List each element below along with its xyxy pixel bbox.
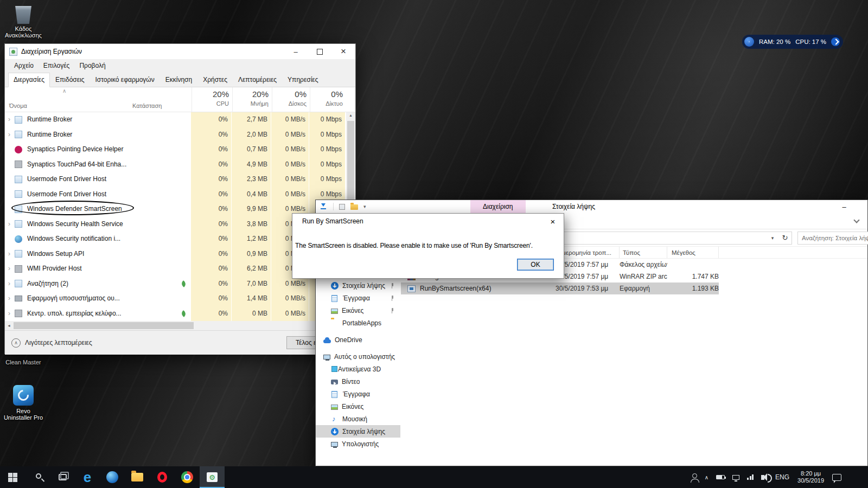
ok-button[interactable]: OK <box>517 259 554 271</box>
expander-icon[interactable] <box>5 142 15 157</box>
close-icon[interactable] <box>542 214 564 229</box>
expander-icon[interactable]: › <box>5 247 15 262</box>
title-bar[interactable]: Run By SmartScreen <box>292 214 564 229</box>
refresh-icon[interactable] <box>778 234 792 242</box>
sidebar-item-videos[interactable]: Βίντεο <box>316 375 400 388</box>
language-indicator[interactable]: ENG <box>771 466 793 488</box>
menu-options[interactable]: Επιλογές <box>39 60 75 71</box>
close-button[interactable] <box>331 44 355 59</box>
expander-icon[interactable] <box>5 157 15 172</box>
task-view-button[interactable] <box>50 466 75 488</box>
minimize-button[interactable] <box>835 200 853 213</box>
tab-processes[interactable]: Διεργασίες <box>8 73 50 87</box>
action-center-button[interactable] <box>828 466 868 488</box>
performance-widget[interactable]: RAM: 20 % CPU: 17 % <box>742 35 843 49</box>
sidebar-item-computer[interactable]: Υπολογιστής <box>316 438 400 450</box>
minimize-button[interactable] <box>284 44 308 59</box>
table-row[interactable]: ›Κεντρ. υπολ. εμπειρίας κελύφο...0%0 MB0… <box>5 306 346 322</box>
sidebar-item-downloads[interactable]: Στοιχεία λήψης <box>316 425 400 438</box>
column-date-modified[interactable]: Ημερομηνία τροπ... <box>556 247 620 258</box>
network-button[interactable] <box>729 466 743 488</box>
tab-services[interactable]: Υπηρεσίες <box>282 73 323 87</box>
expander-icon[interactable] <box>5 232 15 247</box>
tab-performance[interactable]: Επιδόσεις <box>50 73 90 87</box>
expander-icon[interactable]: › <box>5 112 15 127</box>
desktop-icon-recycle-bin[interactable]: Κάδος Ανακύκλωσης <box>2 4 44 38</box>
tab-users[interactable]: Χρήστες <box>197 73 233 87</box>
file-row-selected[interactable]: RunBySmartscreen(x64) 30/5/2019 7:53 μμ … <box>401 282 719 294</box>
hidden-icons-button[interactable] <box>701 466 712 488</box>
file-explorer-button[interactable] <box>125 466 150 488</box>
desktop-icon-clean-master[interactable]: Clean Master <box>2 359 44 365</box>
battery-button[interactable] <box>712 466 729 488</box>
table-row[interactable]: Synaptics TouchPad 64-bit Enha...0%4,9 M… <box>5 157 346 172</box>
new-folder-icon[interactable] <box>350 204 358 210</box>
ribbon-tab-manage[interactable]: Διαχείριση <box>470 200 526 213</box>
search-button[interactable] <box>25 466 50 488</box>
expander-icon[interactable]: › <box>5 277 15 292</box>
table-row[interactable]: Usermode Font Driver Host0%0,4 MB0 MB/s0… <box>5 187 346 202</box>
column-network[interactable]: 0%Δίκτυο <box>310 87 346 112</box>
properties-icon[interactable] <box>339 204 345 210</box>
column-memory[interactable]: 20%Μνήμη <box>232 87 272 112</box>
ribbon-expand-icon[interactable] <box>853 217 859 223</box>
table-row[interactable]: Synaptics Pointing Device Helper0%0,7 MB… <box>5 142 346 157</box>
desktop-icon-revo[interactable]: Revo Uninstaller Pro <box>2 385 44 421</box>
scrollbar-thumb[interactable] <box>14 322 194 329</box>
table-row[interactable]: ›Runtime Broker0%2,7 MB0 MB/s0 Mbps <box>5 112 346 127</box>
search-input[interactable] <box>797 232 868 245</box>
expander-icon[interactable]: › <box>5 127 15 143</box>
browser-button[interactable] <box>100 466 125 488</box>
expander-icon[interactable]: › <box>5 291 15 306</box>
menu-view[interactable]: Προβολή <box>74 60 110 71</box>
volume-button[interactable] <box>757 466 771 488</box>
tab-details[interactable]: Λεπτομέρειες <box>233 73 282 87</box>
edge-button[interactable] <box>75 466 100 488</box>
sidebar-item-portableapps[interactable]: PortableApps <box>316 317 400 329</box>
sidebar-item-documents-pinned[interactable]: Έγγραφα <box>316 292 400 304</box>
column-status[interactable]: Κατάσταση <box>132 102 162 109</box>
table-row[interactable]: ›Runtime Broker0%2,0 MB0 MB/s0 Mbps <box>5 127 346 143</box>
scroll-left-icon[interactable]: ◄ <box>7 324 11 328</box>
table-row[interactable]: ›Εφαρμογή υποσυστήματος ου...0%1,4 MB0 M… <box>5 291 346 306</box>
wifi-button[interactable] <box>743 466 757 488</box>
expander-icon[interactable] <box>5 187 15 202</box>
title-bar[interactable]: Διαχείριση Εργασιών <box>5 44 355 59</box>
fewer-details-toggle[interactable]: ∧ Λιγότερες λεπτομέρειες <box>11 338 92 348</box>
column-disk[interactable]: 0%Δίσκος <box>272 87 310 112</box>
sidebar-item-documents[interactable]: Έγγραφα <box>316 388 400 400</box>
expander-icon[interactable]: › <box>5 306 15 322</box>
column-name[interactable]: Όνομα <box>9 102 27 109</box>
horizontal-scrollbar[interactable]: ◄ ► <box>5 321 355 330</box>
expander-icon[interactable] <box>5 172 15 187</box>
task-manager-button[interactable] <box>200 466 225 488</box>
clock[interactable]: 8:20 μμ 30/5/2019 <box>793 470 828 484</box>
sidebar-item-downloads-pinned[interactable]: Στοιχεία λήψης <box>316 279 400 292</box>
sidebar-item-3d-objects[interactable]: Αντικείμενα 3D <box>316 363 400 375</box>
expander-icon[interactable]: › <box>5 261 15 277</box>
address-dropdown-icon[interactable] <box>767 235 778 241</box>
sidebar-item-this-pc[interactable]: Αυτός ο υπολογιστής <box>316 350 400 363</box>
tab-app-history[interactable]: Ιστορικό εφαρμογών <box>90 73 160 87</box>
column-cpu[interactable]: 20%CPU <box>192 87 232 112</box>
column-type[interactable]: Τύπος <box>620 247 667 258</box>
scroll-up-icon[interactable]: ▲ <box>346 113 355 117</box>
expander-icon[interactable]: › <box>5 217 15 232</box>
maximize-button[interactable] <box>308 44 331 59</box>
title-bar[interactable]: Διαχείριση Στοιχεία λήψης <box>316 200 867 213</box>
sidebar-item-onedrive[interactable]: OneDrive <box>316 333 400 346</box>
start-button[interactable] <box>0 466 25 488</box>
people-button[interactable] <box>688 466 701 488</box>
sidebar-item-music[interactable]: Μουσική <box>316 413 400 425</box>
expand-arrow-icon[interactable] <box>831 37 840 46</box>
sidebar-item-pictures-pinned[interactable]: Εικόνες <box>316 304 400 317</box>
expander-icon[interactable] <box>5 202 15 217</box>
column-size[interactable]: Μέγεθος <box>667 247 719 258</box>
sidebar-item-pictures[interactable]: Εικόνες <box>316 400 400 413</box>
chrome-button[interactable] <box>175 466 200 488</box>
menu-file[interactable]: Αρχείο <box>9 60 39 71</box>
opera-button[interactable] <box>150 466 175 488</box>
table-row[interactable]: Usermode Font Driver Host0%2,3 MB0 MB/s0… <box>5 172 346 187</box>
tab-startup[interactable]: Εκκίνηση <box>160 73 197 87</box>
qat-dropdown-icon[interactable] <box>363 204 366 209</box>
